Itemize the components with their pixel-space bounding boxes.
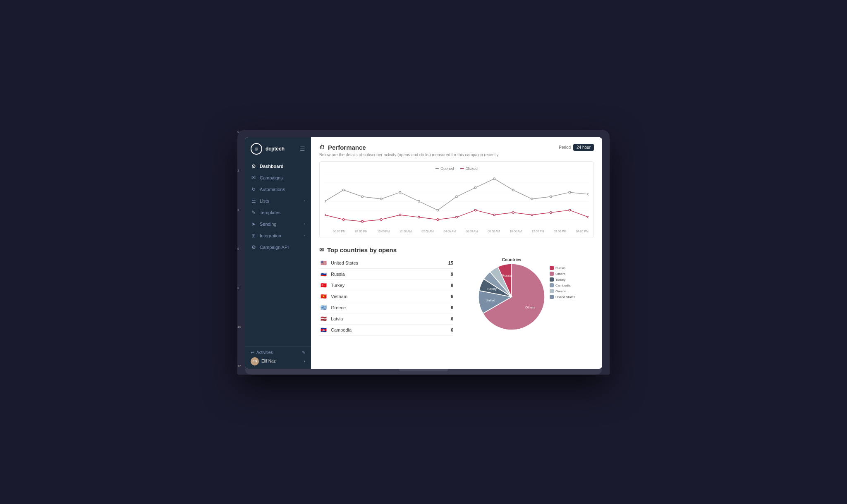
country-count: 15 [448,260,453,265]
pie-legend-item: Russia [550,266,575,270]
nav-label: Templates [260,210,280,215]
svg-point-36 [588,216,589,218]
svg-point-15 [474,186,476,189]
sidebar: @ dcptech ☰ ⊙ Dashboard ✉ Campaigns ↻ Au… [245,137,311,369]
country-name: Russia [331,272,447,277]
country-name: Turkey [331,283,447,288]
svg-point-14 [456,196,458,198]
country-row: 🇱🇻 Latvia 6 [319,313,453,325]
pie-legend-item: Cambodia [550,283,575,287]
country-flag: 🇬🇷 [319,305,328,311]
svg-text:United: United [486,299,495,302]
period-label: Period [559,145,571,150]
svg-point-35 [569,209,571,211]
country-row: 🇻🇳 Vietnam 6 [319,291,453,302]
pie-legend-label: Russia [555,266,565,270]
activities-edit-icon[interactable]: ✎ [302,350,305,355]
svg-point-13 [437,209,439,211]
country-row: 🇬🇷 Greece 6 [319,302,453,313]
performance-header: ⏱ Performance Period 24 hour [319,144,594,151]
period-selector: Period 24 hour [559,144,594,151]
performance-subtitle: Below are the details of subscriber acti… [319,153,594,157]
svg-point-28 [437,218,439,220]
nav-icon: ☰ [251,198,256,204]
chart-svg [325,174,589,229]
pie-legend-color [550,295,554,299]
svg-point-10 [380,198,382,200]
svg-point-16 [493,177,495,179]
country-name: Greece [331,305,447,310]
svg-point-23 [342,218,345,220]
sidebar-item-sending[interactable]: ➤ Sending › [245,218,311,230]
nav-label: Lists [260,198,269,203]
pie-chart-wrap: Countries OthersUnitedTurkeyRussia [479,258,545,332]
country-row: 🇰🇭 Cambodia 6 [319,325,453,336]
pie-legend-label: Turkey [555,278,565,282]
activities-label: Activities [256,350,273,355]
country-name: United States [331,260,445,265]
pie-legend-item: United States [550,295,575,299]
country-flag: 🇷🇺 [319,271,328,277]
sidebar-item-integration[interactable]: ⊞ Integration › [245,230,311,241]
nav-label: Campaigns [260,175,283,180]
laptop-shell: @ dcptech ☰ ⊙ Dashboard ✉ Campaigns ↻ Au… [237,130,610,375]
sidebar-item-automations[interactable]: ↻ Automations [245,184,311,195]
pie-legend-color [550,272,554,276]
sidebar-item-campaigns[interactable]: ✉ Campaigns [245,172,311,184]
svg-point-32 [512,211,514,213]
x-axis: 06:00 PM08:00 PM10:00 PM12:00 AM 02:00 A… [325,230,589,233]
country-count: 6 [451,294,453,299]
sidebar-nav: ⊙ Dashboard ✉ Campaigns ↻ Automations ☰ … [245,159,311,346]
countries-title: ✉ Top countries by opens [319,246,594,253]
sidebar-item-dashboard[interactable]: ⊙ Dashboard [245,160,311,172]
pie-legend-color [550,277,554,282]
nav-label: Sending [260,222,276,227]
pie-chart-svg: OthersUnitedTurkeyRussia [479,264,545,330]
svg-point-27 [418,216,420,218]
svg-point-17 [512,189,514,191]
pie-legend-item: Turkey [550,277,575,282]
country-count: 8 [451,283,453,288]
svg-text:Russia: Russia [502,274,512,277]
country-count: 6 [451,316,453,321]
sidebar-toggle-icon[interactable]: ☰ [300,146,305,152]
countries-section: ✉ Top countries by opens 🇺🇸 United State… [319,246,594,336]
sidebar-item-lists[interactable]: ☰ Lists › [245,195,311,207]
svg-point-9 [361,196,364,198]
svg-point-24 [361,220,364,222]
svg-text:Turkey: Turkey [487,287,497,291]
pie-legend-label: Greece [555,289,566,293]
sidebar-footer: ↩ Activities ✎ EN Elif Naz › [245,346,311,369]
svg-point-31 [493,214,495,216]
svg-point-12 [418,200,420,202]
country-row: 🇷🇺 Russia 9 [319,269,453,280]
svg-point-11 [399,191,401,193]
performance-chart: Opened Clicked 121086420 [319,161,594,239]
svg-point-18 [531,198,533,200]
countries-list: 🇺🇸 United States 15 🇷🇺 Russia 9 🇹🇷 Turke… [319,258,453,336]
nav-icon: ↻ [251,186,256,192]
countries-content: 🇺🇸 United States 15 🇷🇺 Russia 9 🇹🇷 Turke… [319,258,594,336]
legend-clicked: Clicked [460,167,478,171]
nav-arrow-icon: › [304,234,305,237]
main-content: ⏱ Performance Period 24 hour Below are t… [311,137,602,369]
country-flag: 🇺🇸 [319,260,328,266]
svg-point-7 [325,200,325,202]
country-count: 6 [451,327,453,332]
logo-text: dcptech [266,146,285,152]
country-flag: 🇹🇷 [319,282,328,288]
country-row: 🇹🇷 Turkey 8 [319,280,453,291]
footer-user[interactable]: EN Elif Naz › [251,357,305,365]
sidebar-logo: @ dcptech ☰ [245,137,311,159]
country-count: 6 [451,305,453,310]
country-flag: 🇰🇭 [319,327,328,333]
sidebar-item-templates[interactable]: ✎ Templates [245,207,311,218]
footer-activities[interactable]: ↩ Activities ✎ [251,350,305,355]
performance-title: ⏱ Performance [319,144,366,151]
sidebar-item-campaign-api[interactable]: ⚙ Campaign API [245,241,311,253]
period-dropdown[interactable]: 24 hour [573,144,594,151]
svg-point-26 [399,214,401,216]
pie-title: Countries [479,258,545,262]
nav-label: Campaign API [260,245,289,250]
svg-point-20 [569,191,571,193]
